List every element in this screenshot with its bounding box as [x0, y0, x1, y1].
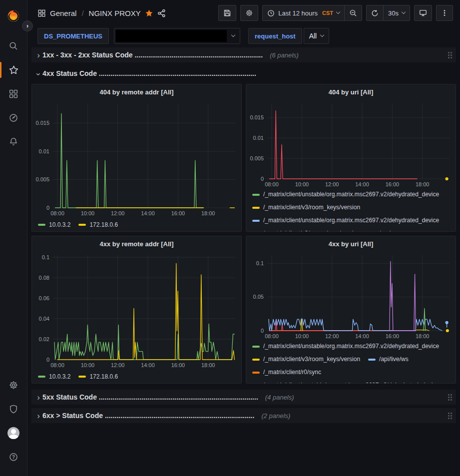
legend-label: /api/live/ws	[379, 354, 409, 365]
row-drag-handle[interactable]	[446, 50, 454, 60]
variable-label-request-host[interactable]: request_host	[248, 28, 302, 44]
legend-label: /_matrix/client/unstable/org.matrix.msc2…	[263, 380, 439, 383]
legend-item[interactable]: /_matrix/client/unstable/org.matrix.msc2…	[252, 380, 439, 383]
svg-text:14:00: 14:00	[355, 181, 369, 187]
panel-legend: 10.0.3.2172.18.0.6	[32, 217, 241, 231]
request-host-value-dropdown[interactable]: All	[304, 28, 330, 44]
legend-item[interactable]: 10.0.3.2	[38, 372, 70, 382]
svg-text:08:00: 08:00	[265, 181, 279, 187]
legend-item[interactable]: /sw.js	[368, 228, 394, 231]
legend-swatch	[38, 376, 45, 378]
svg-text:12:00: 12:00	[111, 362, 125, 368]
panel-title[interactable]: 4xx by remote addr [All]	[32, 236, 241, 251]
legend-label: 10.0.3.2	[49, 220, 70, 230]
svg-text:0.06: 0.06	[39, 295, 49, 301]
row-header-1xx-2xx-3xx[interactable]: › 1xx - 3xx - 2xx Status Code ..........…	[31, 47, 456, 62]
timezone-label: CST	[322, 10, 333, 16]
apps-icon	[37, 9, 46, 17]
sidebar-item-search[interactable]	[0, 34, 27, 58]
favorite-star-icon[interactable]	[145, 9, 153, 17]
legend-item[interactable]: /_matrix/client/unstable/org.matrix.msc2…	[252, 189, 439, 200]
timeseries-chart[interactable]: 00.050.108:0010:0012:0014:0016:0018:00	[246, 251, 456, 340]
sidebar-item-explore[interactable]	[0, 106, 27, 130]
legend-item[interactable]: /_matrix/client/unstable/org.matrix.msc2…	[252, 341, 439, 352]
sidebar-item-configuration[interactable]	[0, 373, 27, 397]
sidebar-item-alerting[interactable]	[0, 130, 27, 154]
panel-title[interactable]: 4xx by uri [All]	[246, 236, 456, 251]
variable-label-ds-prometheus[interactable]: DS_PROMETHEUS	[37, 28, 109, 44]
legend-label: /_matrix/client/unstable/org.matrix.msc2…	[263, 189, 439, 200]
legend-label: /_matrix/client/v3/room_keys/version	[263, 354, 360, 365]
sidebar-item-server-admin[interactable]	[0, 397, 27, 421]
legend-item[interactable]: /_matrix/client/unstable/org.matrix.msc2…	[252, 215, 439, 226]
svg-text:16:00: 16:00	[171, 210, 185, 216]
svg-text:0.1: 0.1	[42, 254, 49, 260]
save-dashboard-button[interactable]	[219, 5, 236, 20]
legend-item[interactable]: /_matrix/client/v3/room_keys/version	[252, 202, 360, 213]
timeseries-chart[interactable]: 00.0050.010.01508:0010:0012:0014:0016:00…	[32, 99, 241, 217]
svg-text:0.005: 0.005	[35, 176, 49, 182]
legend-item[interactable]: /_matrix/client/v3/room_keys/version	[252, 354, 360, 365]
svg-text:0: 0	[261, 328, 264, 334]
sidebar-expand-button[interactable]: ›	[22, 20, 33, 31]
svg-text:14:00: 14:00	[355, 333, 369, 339]
legend-swatch	[252, 372, 260, 374]
svg-text:0.005: 0.005	[250, 155, 264, 161]
row-header-6xx[interactable]: › 6xx > Status Code ....................…	[31, 408, 456, 423]
panel-4xx-by-remote-addr: 4xx by remote addr [All] 00.020.040.060.…	[31, 236, 242, 384]
svg-text:0.015: 0.015	[35, 120, 49, 126]
share-icon[interactable]	[157, 9, 166, 17]
chevron-down-icon: ›	[34, 70, 43, 78]
breadcrumb-divider: /	[80, 9, 84, 17]
legend-item[interactable]: 172.18.0.6	[78, 220, 118, 230]
legend-item[interactable]: 172.18.0.6	[78, 372, 118, 382]
time-range-picker[interactable]: Last 12 hours CST	[263, 5, 344, 20]
timeseries-chart[interactable]: 00.020.040.060.080.108:0010:0012:0014:00…	[32, 251, 241, 369]
row-header-4xx[interactable]: › 4xx Status Code ......................…	[31, 66, 456, 81]
svg-text:10:00: 10:00	[81, 362, 95, 368]
legend-item[interactable]: 10.0.3.2	[38, 220, 70, 230]
row-panel-count: (6 panels)	[270, 51, 299, 59]
legend-item[interactable]: /_matrix/client/r0/sync	[252, 367, 321, 378]
refresh-interval-label: 30s	[388, 9, 399, 17]
svg-text:0: 0	[46, 205, 49, 211]
sidebar-item-help[interactable]: ?	[0, 445, 27, 469]
svg-text:08:00: 08:00	[265, 333, 279, 339]
chevron-right-icon: ›	[34, 412, 42, 420]
kebab-menu-icon	[441, 9, 448, 17]
svg-text:0: 0	[46, 357, 49, 363]
refresh-interval-dropdown[interactable]: 30s	[383, 5, 410, 20]
row-header-5xx[interactable]: › 5xx Status Code ......................…	[31, 390, 456, 405]
row-drag-handle[interactable]	[446, 392, 454, 403]
cycle-view-mode-button[interactable]	[415, 5, 432, 20]
variable-value-dropdown[interactable]	[114, 28, 240, 44]
sidebar: ? ›	[0, 0, 27, 476]
breadcrumb-section[interactable]: General	[50, 9, 76, 17]
row-panel-count: (4 panels)	[265, 394, 294, 401]
sidebar-item-starred[interactable]	[0, 58, 27, 82]
timeseries-chart[interactable]: 00.0050.010.01508:0010:0012:0014:0016:00…	[246, 99, 456, 188]
svg-text:14:00: 14:00	[141, 210, 155, 216]
panel-grid: 404 by remote addr [All] 00.0050.010.015…	[31, 84, 456, 384]
more-options-button[interactable]	[437, 5, 453, 20]
legend-label: /sw.js	[379, 228, 394, 231]
panel-404-by-uri: 404 by uri [All] 00.0050.010.01508:0010:…	[246, 84, 456, 232]
panel-title[interactable]: 404 by uri [All]	[246, 84, 456, 99]
refresh-icon	[371, 9, 379, 17]
legend-item[interactable]: /api/live/ws	[368, 354, 409, 365]
svg-text:08:00: 08:00	[50, 210, 64, 216]
panel-legend: /_matrix/client/unstable/org.matrix.msc2…	[246, 340, 456, 383]
zoom-out-time-button[interactable]	[344, 5, 362, 20]
breadcrumb: General / NGINX PROXY	[37, 9, 166, 17]
row-drag-handle[interactable]	[446, 411, 454, 421]
svg-text:12:00: 12:00	[111, 210, 125, 216]
legend-item[interactable]: /_matrix/client/v3/room_keys/version	[252, 228, 360, 231]
panel-title[interactable]: 404 by remote addr [All]	[32, 84, 241, 99]
panel-4xx-by-uri: 4xx by uri [All] 00.050.108:0010:0012:00…	[246, 236, 456, 384]
svg-text:14:00: 14:00	[141, 362, 155, 368]
dashboard-settings-button[interactable]	[241, 5, 258, 20]
refresh-button[interactable]	[367, 5, 383, 20]
svg-text:18:00: 18:00	[201, 210, 215, 216]
sidebar-item-dashboards[interactable]	[0, 82, 27, 106]
sidebar-item-profile[interactable]	[0, 421, 27, 445]
